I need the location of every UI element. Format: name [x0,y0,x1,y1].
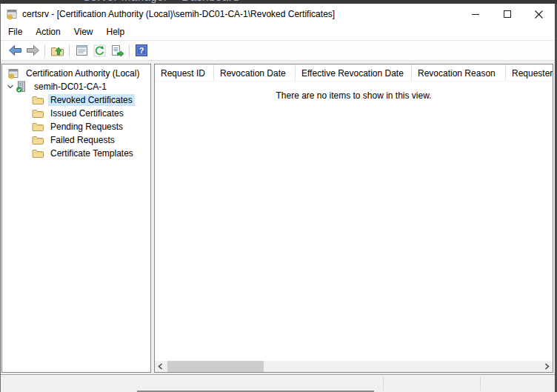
window-controls [459,4,555,24]
tree-item-label: semih-DC01-CA-1 [32,81,109,93]
tree-item-certification-authority[interactable]: Certification Authority (Local) [2,67,150,80]
export-list-icon [110,44,124,57]
maximize-icon [504,10,511,18]
main-area: Certification Authority (Local) [1,61,555,374]
forward-button[interactable] [24,42,41,59]
refresh-icon [93,44,106,57]
tree-item-label: Failed Requests [48,134,117,146]
menu-item-view[interactable]: View [67,24,100,40]
scroll-left-button[interactable] [155,361,166,372]
list-header: Request ID Revocation Date Effective Rev… [155,64,553,82]
tree-item-revoked-certificates[interactable]: Revoked Certificates [2,93,150,107]
scroll-left-icon [158,363,163,370]
export-list-button[interactable] [108,42,126,59]
results-pane: Request ID Revocation Date Effective Rev… [154,64,553,373]
statusbar [1,374,555,392]
column-header-revocation-reason[interactable]: Revocation Reason [412,64,506,81]
toolbar-separator [129,44,130,57]
close-button[interactable] [523,4,555,24]
maximize-button[interactable] [491,4,523,24]
statusbar-separator [383,376,384,391]
folder-icon [32,95,44,105]
up-one-level-button[interactable] [48,42,66,59]
help-button[interactable]: ? [133,42,150,59]
tree-item-label: Pending Requests [48,121,125,133]
close-icon [535,10,543,19]
toolbar-separator [44,44,45,57]
statusbar-separator [480,376,481,391]
background-window-title: Server Manager > Dashboard [83,0,239,3]
folder-icon [32,108,44,119]
tree-item-label: Issued Certificates [48,107,126,119]
scrollbar-track[interactable] [166,361,541,372]
tree-item-certificate-templates[interactable]: Certificate Templates [2,147,150,160]
window-title: certsrv - [Certification Authority (Loca… [22,9,335,19]
horizontal-scrollbar[interactable] [155,361,553,372]
back-button[interactable] [6,42,24,59]
forward-arrow-icon [26,44,40,57]
tree-item-label: Certification Authority (Local) [24,67,141,79]
up-one-level-icon [50,44,64,57]
chevron-down-icon[interactable] [7,83,16,90]
column-header-request-id[interactable]: Request ID [155,64,214,81]
tree-item-pending-requests[interactable]: Pending Requests [2,120,150,133]
toolbar: ? [1,41,555,61]
scroll-right-icon [544,363,550,370]
show-console-tree-icon [76,44,88,56]
show-console-tree-button[interactable] [73,42,90,59]
help-icon: ? [136,44,147,56]
tree-item-ca-server[interactable]: semih-DC01-CA-1 [2,80,150,93]
tree-item-label: Revoked Certificates [48,94,135,106]
scroll-right-button[interactable] [541,361,553,372]
folder-icon [32,135,44,145]
minimize-button[interactable] [459,4,491,24]
column-header-effective-revocation-date[interactable]: Effective Revocation Date [296,64,412,81]
tree-item-issued-certificates[interactable]: Issued Certificates [2,107,150,120]
scrollbar-thumb[interactable] [167,361,264,372]
folder-icon [32,122,44,132]
svg-text:?: ? [139,46,144,55]
certsrv-window: certsrv - [Certification Authority (Loca… [0,4,557,392]
empty-view-message: There are no items to show in this view. [155,90,553,101]
refresh-button[interactable] [90,42,108,59]
console-tree-pane: Certification Authority (Local) [1,64,151,373]
column-header-revocation-date[interactable]: Revocation Date [214,64,296,81]
folder-icon [32,148,44,159]
back-arrow-icon [8,44,22,57]
titlebar: certsrv - [Certification Authority (Loca… [1,4,555,24]
toolbar-separator [69,44,70,57]
menu-item-action[interactable]: Action [29,24,67,40]
certification-authority-icon [7,67,20,79]
tree-item-label: Certificate Templates [48,147,136,159]
minimize-icon [472,10,479,18]
tree-item-failed-requests[interactable]: Failed Requests [2,133,150,147]
menubar: File Action View Help [1,24,555,41]
column-header-requester-name[interactable]: Requester Name [506,64,553,81]
screen: Server Manager > Dashboard certsrv - [Ce… [0,0,557,392]
certsrv-app-icon[interactable] [6,8,18,20]
menu-item-file[interactable]: File [1,24,29,40]
menu-item-help[interactable]: Help [100,24,132,40]
ca-server-icon [16,81,28,93]
